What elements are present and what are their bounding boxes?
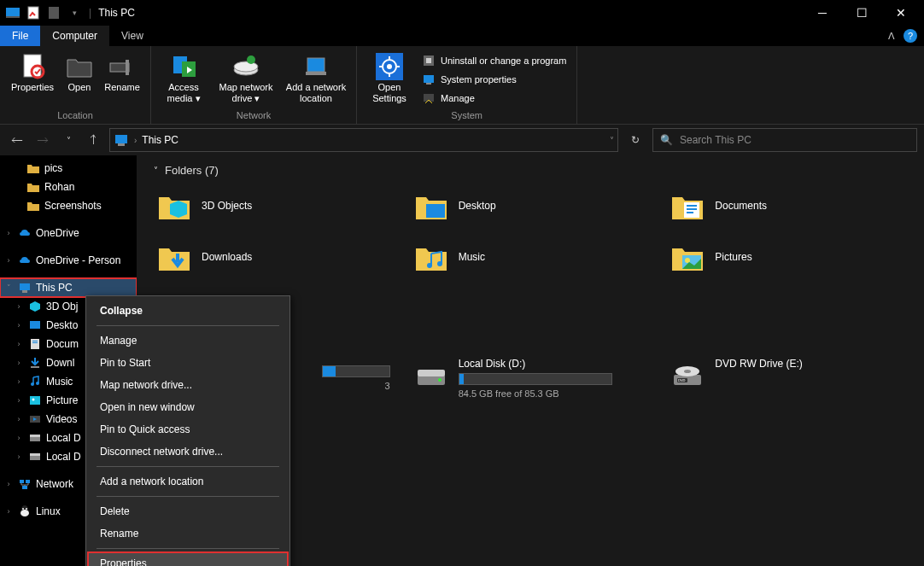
ctx-delete[interactable]: Delete	[88, 500, 288, 522]
tree-item-this-pc[interactable]: ˅This PC	[0, 278, 137, 297]
svg-point-41	[32, 399, 35, 401]
pictures-folder-icon	[670, 240, 705, 274]
expand-icon[interactable]: ›	[14, 452, 24, 461]
svg-point-53	[22, 508, 24, 510]
folder-3d-objects[interactable]: 3D Objects	[154, 185, 394, 226]
folders-section-header[interactable]: ˅ Folders (7)	[154, 164, 907, 177]
forward-button[interactable]: 🡒	[32, 130, 53, 150]
recent-dropdown[interactable]: ˅	[58, 130, 79, 150]
tab-file[interactable]: File	[0, 26, 40, 46]
ctx-properties[interactable]: Properties	[88, 552, 288, 566]
ctx-rename[interactable]: Rename	[88, 522, 288, 545]
3d-icon	[27, 299, 43, 314]
expand-icon[interactable]: ›	[14, 321, 24, 330]
svg-point-18	[387, 64, 392, 69]
folder-documents[interactable]: Documents	[667, 185, 907, 226]
system-properties-button[interactable]: System properties	[418, 72, 570, 87]
svg-rect-24	[426, 58, 431, 63]
refresh-button[interactable]: ↻	[623, 128, 647, 152]
ctx-manage[interactable]: Manage	[88, 330, 288, 352]
tree-item-rohan[interactable]: Rohan	[0, 178, 137, 196]
pc-icon	[17, 280, 32, 295]
drive-e[interactable]: DVD DVD RW Drive (E:)	[667, 354, 907, 402]
svg-point-13	[247, 55, 255, 64]
drive-capacity-bar	[459, 373, 612, 385]
maximize-button[interactable]: ☐	[842, 0, 881, 26]
ctx-collapse[interactable]: Collapse	[88, 300, 288, 322]
folder-desktop[interactable]: Desktop	[411, 185, 651, 226]
open-button[interactable]: Open	[61, 50, 97, 93]
svg-rect-36	[32, 342, 38, 343]
expand-icon[interactable]: ›	[3, 507, 14, 516]
tab-view[interactable]: View	[109, 26, 155, 46]
qat-properties-icon[interactable]	[24, 3, 43, 22]
manage-button[interactable]: Manage	[418, 90, 570, 106]
svg-rect-33	[30, 321, 40, 329]
address-segment[interactable]: This PC	[142, 134, 178, 146]
up-button[interactable]: 🡑	[84, 130, 104, 150]
tree-item-onedrive-personal[interactable]: ›OneDrive - Person	[0, 251, 137, 270]
linux-icon	[17, 504, 32, 519]
expand-icon[interactable]: ›	[14, 415, 24, 423]
collapse-icon[interactable]: ˅	[3, 283, 14, 292]
svg-rect-15	[306, 72, 326, 75]
expand-icon[interactable]: ›	[14, 396, 24, 405]
svg-rect-47	[30, 453, 40, 456]
ctx-map-drive[interactable]: Map network drive...	[88, 374, 288, 396]
tree-item-screenshots[interactable]: Screenshots	[0, 196, 137, 215]
music-icon	[27, 374, 43, 389]
address-dropdown-icon[interactable]: ˅	[610, 136, 614, 145]
svg-rect-30	[20, 283, 30, 290]
ctx-separator	[96, 496, 279, 497]
svg-rect-40	[30, 396, 40, 405]
drive-free-text: 84.5 GB free of 85.3 GB	[459, 388, 612, 399]
ctx-open-new[interactable]: Open in new window	[88, 396, 288, 418]
drive-d[interactable]: Local Disk (D:) 84.5 GB free of 85.3 GB	[411, 354, 651, 402]
folder-downloads[interactable]: Downloads	[154, 236, 394, 277]
expand-icon[interactable]: ›	[14, 302, 24, 311]
expand-icon[interactable]: ›	[14, 377, 24, 386]
context-menu: Collapse Manage Pin to Start Map network…	[85, 295, 290, 566]
svg-rect-50	[22, 486, 27, 489]
expand-icon[interactable]: ›	[14, 340, 24, 348]
rename-button[interactable]: Rename	[101, 50, 143, 93]
address-bar[interactable]: › This PC ˅	[109, 128, 618, 152]
svg-rect-31	[22, 290, 27, 293]
back-button[interactable]: 🡐	[7, 130, 27, 150]
ctx-pin-start[interactable]: Pin to Start	[88, 352, 288, 374]
open-settings-button[interactable]: Open Settings	[364, 50, 415, 104]
ctx-add-location[interactable]: Add a network location	[88, 470, 288, 493]
uninstall-button[interactable]: Uninstall or change a program	[418, 53, 570, 68]
tab-computer[interactable]: Computer	[40, 26, 109, 46]
expand-icon[interactable]: ›	[14, 359, 24, 367]
minimize-button[interactable]: ─	[803, 0, 842, 26]
qat-dropdown-icon[interactable]: ▾	[65, 3, 84, 22]
search-icon: 🔍	[660, 134, 673, 146]
chevron-down-icon: ˅	[154, 166, 158, 175]
tree-item-onedrive[interactable]: ›OneDrive	[0, 224, 137, 242]
search-input[interactable]: 🔍 Search This PC	[652, 128, 917, 152]
folder-pictures[interactable]: Pictures	[667, 236, 907, 277]
svg-point-12	[234, 61, 258, 72]
access-media-button[interactable]: Access media ▾	[158, 50, 209, 104]
help-icon[interactable]: ?	[904, 29, 917, 43]
properties-button[interactable]: Properties	[7, 50, 58, 93]
close-button[interactable]: ✕	[881, 0, 921, 26]
tree-item-pics[interactable]: pics	[0, 159, 137, 178]
title-separator: |	[89, 7, 91, 19]
expand-icon[interactable]: ›	[3, 480, 14, 488]
collapse-ribbon-icon[interactable]: ᐱ	[888, 31, 895, 42]
folder-music[interactable]: Music	[411, 236, 651, 277]
ctx-pin-qa[interactable]: Pin to Quick access	[88, 418, 288, 441]
expand-icon[interactable]: ›	[3, 229, 14, 237]
svg-point-62	[437, 261, 442, 266]
expand-icon[interactable]: ›	[3, 256, 14, 265]
map-drive-button[interactable]: Map network drive ▾	[213, 50, 279, 104]
expand-icon[interactable]: ›	[14, 434, 24, 442]
chevron-right-icon[interactable]: ›	[134, 136, 137, 145]
add-location-button[interactable]: Add a network location	[283, 50, 349, 104]
ribbon-group-location: Properties Open Rename Location	[0, 46, 151, 124]
qat-new-icon[interactable]	[44, 3, 63, 22]
ctx-disconnect[interactable]: Disconnect network drive...	[88, 441, 288, 463]
svg-rect-37	[31, 366, 39, 368]
